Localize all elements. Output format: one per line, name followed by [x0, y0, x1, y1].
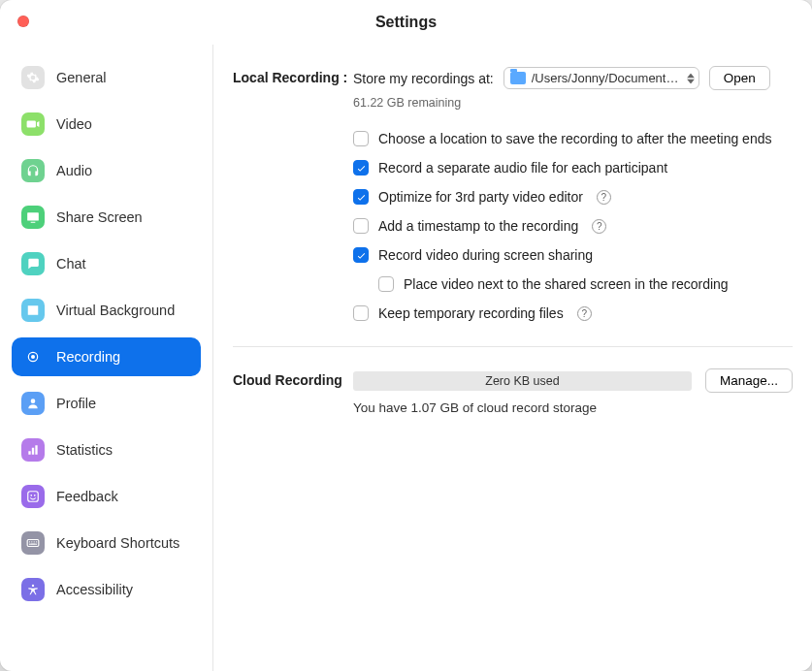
sidebar-item-label: Recording	[56, 349, 120, 365]
chevron-updown-icon	[687, 73, 695, 83]
option-label: Place video next to the shared screen in…	[404, 276, 729, 292]
checkbox-timestamp[interactable]	[353, 218, 369, 234]
svg-point-6	[32, 585, 34, 587]
option-timestamp: Add a timestamp to the recording?	[353, 218, 793, 234]
minimize-window-button[interactable]	[37, 16, 49, 27]
svg-rect-5	[27, 540, 39, 547]
sidebar-item-vbg[interactable]: Virtual Background	[12, 291, 201, 330]
sidebar-item-video[interactable]: Video	[12, 105, 201, 144]
sidebar-item-statistics[interactable]: Statistics	[12, 431, 201, 469]
sidebar-item-chat[interactable]: Chat	[12, 244, 201, 283]
folder-icon	[510, 72, 526, 84]
svg-point-4	[34, 495, 36, 496]
sidebar-item-label: Profile	[56, 396, 96, 411]
face-icon	[21, 485, 45, 508]
option-rec_screen: Record video during screen sharing	[353, 247, 793, 263]
checkbox-optimize[interactable]	[353, 189, 369, 205]
open-folder-button[interactable]: Open	[709, 66, 770, 90]
sidebar-item-share[interactable]: Share Screen	[12, 198, 201, 237]
window-controls	[17, 16, 68, 27]
section-cloud-recording: Cloud Recording Zero KB used Manage... Y…	[233, 368, 793, 415]
record-icon	[21, 345, 45, 368]
sidebar-item-accessibility[interactable]: Accessibility	[12, 570, 201, 609]
keyboard-icon	[21, 531, 45, 555]
recording-path-popup[interactable]: /Users/Jonny/Documents/…	[503, 67, 699, 89]
section-label-cloud: Cloud Recording	[233, 368, 353, 388]
window-body: GeneralVideoAudioShare ScreenChatVirtual…	[0, 45, 812, 671]
close-window-button[interactable]	[17, 16, 29, 27]
option-label: Keep temporary recording files	[378, 305, 564, 321]
sidebar-item-label: Accessibility	[56, 582, 133, 597]
section-label-local: Local Recording :	[233, 66, 353, 85]
cloud-usage-text: Zero KB used	[485, 374, 559, 388]
manage-cloud-button[interactable]: Manage...	[705, 368, 793, 393]
store-label: Store my recordings at:	[353, 71, 494, 86]
gear-icon	[21, 66, 45, 89]
settings-window: Settings GeneralVideoAudioShare ScreenCh…	[0, 0, 812, 671]
option-optimize: Optimize for 3rd party video editor?	[353, 189, 793, 205]
sidebar-item-label: Chat	[56, 256, 86, 272]
option-keep_temp: Keep temporary recording files?	[353, 305, 793, 321]
svg-point-1	[31, 355, 35, 359]
cloud-usage-row: Zero KB used Manage...	[353, 368, 793, 393]
option-label: Choose a location to save the recording …	[378, 131, 771, 146]
section-local-recording: Local Recording : Store my recordings at…	[233, 66, 793, 321]
headphones-icon	[21, 159, 45, 182]
sidebar-item-label: Keyboard Shortcuts	[56, 535, 179, 551]
option-label: Record video during screen sharing	[378, 247, 593, 263]
sidebar-item-label: Statistics	[56, 442, 113, 458]
screen-icon	[21, 206, 45, 229]
main-panel: Local Recording : Store my recordings at…	[213, 45, 812, 671]
window-title: Settings	[375, 14, 437, 31]
bars-icon	[21, 438, 45, 462]
help-icon[interactable]: ?	[577, 306, 592, 321]
zoom-window-button[interactable]	[56, 16, 68, 27]
sidebar: GeneralVideoAudioShare ScreenChatVirtual…	[0, 45, 213, 671]
cloud-storage-text: You have 1.07 GB of cloud record storage	[353, 400, 793, 415]
sidebar-item-general[interactable]: General	[12, 58, 201, 97]
option-choose_loc: Choose a location to save the recording …	[353, 131, 793, 146]
option-label: Optimize for 3rd party video editor	[378, 189, 583, 205]
sidebar-item-label: Virtual Background	[56, 303, 175, 318]
cloud-usage-bar: Zero KB used	[353, 371, 692, 391]
sidebar-item-shortcuts[interactable]: Keyboard Shortcuts	[12, 524, 201, 562]
sidebar-item-profile[interactable]: Profile	[12, 384, 201, 423]
option-label: Add a timestamp to the recording	[378, 218, 578, 234]
sidebar-item-feedback[interactable]: Feedback	[12, 477, 201, 516]
help-icon[interactable]: ?	[597, 190, 611, 205]
help-icon[interactable]: ?	[592, 219, 606, 234]
a11y-icon	[21, 578, 45, 601]
option-place_next: Place video next to the shared screen in…	[378, 276, 793, 292]
section-divider	[233, 346, 793, 347]
option-sep_audio: Record a separate audio file for each pa…	[353, 160, 793, 176]
titlebar: Settings	[0, 0, 812, 45]
store-row: Store my recordings at: /Users/Jonny/Doc…	[353, 66, 793, 90]
checkbox-sep_audio[interactable]	[353, 160, 369, 176]
checkbox-rec_screen[interactable]	[353, 247, 369, 263]
checkbox-place_next[interactable]	[378, 276, 394, 292]
video-icon	[21, 112, 45, 136]
checkbox-keep_temp[interactable]	[353, 305, 369, 321]
svg-point-3	[30, 495, 32, 496]
sidebar-item-label: Audio	[56, 163, 92, 178]
local-options-list: Choose a location to save the recording …	[353, 131, 793, 321]
sidebar-item-label: General	[56, 70, 107, 85]
section-body-local: Store my recordings at: /Users/Jonny/Doc…	[353, 66, 793, 321]
option-label: Record a separate audio file for each pa…	[378, 160, 667, 176]
recording-path-text: /Users/Jonny/Documents/…	[532, 71, 681, 85]
remaining-space-text: 61.22 GB remaining	[353, 96, 793, 110]
chat-icon	[21, 252, 45, 275]
sidebar-item-label: Share Screen	[56, 209, 143, 225]
sidebar-item-label: Feedback	[56, 489, 118, 504]
section-body-cloud: Zero KB used Manage... You have 1.07 GB …	[353, 368, 793, 415]
sidebar-item-label: Video	[56, 116, 92, 132]
svg-rect-2	[28, 492, 39, 502]
profile-icon	[21, 392, 45, 415]
checkbox-choose_loc[interactable]	[353, 131, 369, 146]
sidebar-item-recording[interactable]: Recording	[12, 337, 201, 376]
sidebar-item-audio[interactable]: Audio	[12, 151, 201, 190]
person-icon	[21, 299, 45, 322]
